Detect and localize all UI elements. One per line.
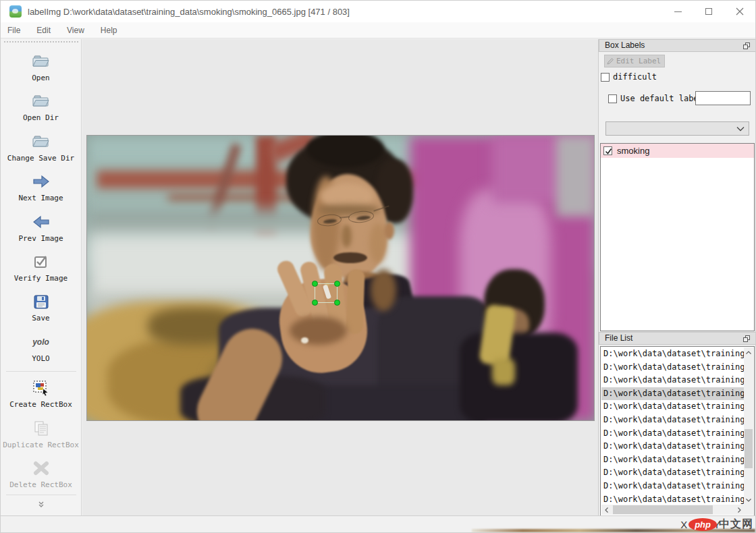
- toolbar-verify-image-button[interactable]: Verify Image: [1, 248, 81, 287]
- arrow-right-icon: [32, 173, 51, 190]
- app-icon: [9, 5, 22, 18]
- file-list-item[interactable]: D:\work\data\dataset\training_data\: [601, 493, 744, 505]
- toolbar-drag-handle[interactable]: [4, 41, 78, 43]
- annotation-handle-top-left[interactable]: [312, 281, 318, 287]
- photo-shape: [492, 358, 515, 385]
- photo-shape: [346, 269, 364, 335]
- horizontal-scroll-thumb[interactable]: [613, 505, 713, 514]
- window-title: labelImg D:\work\data\dataset\training_d…: [28, 7, 350, 17]
- scroll-down-icon[interactable]: [744, 495, 753, 505]
- right-panel: Box Labels Edit Label difficult Use defa…: [598, 39, 755, 515]
- photo-smoking-0665[interactable]: [86, 135, 595, 421]
- toolbar-save-button[interactable]: Save: [1, 288, 81, 328]
- box-labels-header: Box Labels: [599, 39, 756, 52]
- photo-shape: [460, 333, 578, 421]
- toolbar-separator: [6, 495, 76, 495]
- toolbar-create-rectbox-button[interactable]: Create RectBox: [1, 374, 81, 414]
- difficult-checkbox[interactable]: [601, 73, 610, 82]
- photo-art-layer: [87, 136, 594, 420]
- annotation-box-smoking[interactable]: [315, 283, 338, 303]
- toolbar-duplicate-rectbox-button[interactable]: Duplicate RectBox: [1, 414, 81, 454]
- chevron-down-icon: [736, 126, 745, 132]
- image-canvas[interactable]: [82, 39, 598, 515]
- toolbar: Open Open Dir Change Save Dir Next Image: [1, 39, 82, 515]
- file-list-item-selected[interactable]: D:\work\data\dataset\training_data\: [601, 387, 744, 401]
- file-list-item[interactable]: D:\work\data\dataset\training_data\: [601, 453, 744, 467]
- dock-float-icon[interactable]: [743, 335, 750, 342]
- annotation-handle-bottom-right[interactable]: [334, 300, 340, 306]
- toolbar-yolo-format-button[interactable]: yolo YOLO: [1, 328, 81, 368]
- maximize-button[interactable]: [693, 1, 724, 22]
- file-list-header: File List: [599, 332, 756, 345]
- file-list-item[interactable]: D:\work\data\dataset\training_data\: [601, 466, 744, 480]
- file-list-item[interactable]: D:\work\data\dataset\training_data\: [601, 361, 744, 374]
- delete-rectbox-icon: [32, 459, 51, 477]
- toolbar-separator: [6, 371, 76, 372]
- photo-shape: [371, 269, 396, 311]
- edit-label-button[interactable]: Edit Label: [604, 55, 665, 67]
- dock-float-icon[interactable]: [743, 43, 750, 49]
- toolbar-change-save-dir-button[interactable]: Change Save Dir: [1, 128, 81, 167]
- photo-shape: [301, 337, 308, 343]
- file-list-vertical-scrollbar[interactable]: [744, 347, 753, 505]
- vertical-scroll-thumb[interactable]: [745, 429, 753, 468]
- use-default-label-text: Use default label: [620, 94, 703, 103]
- file-list-item[interactable]: D:\work\data\dataset\training_data\: [601, 374, 744, 387]
- label-row-smoking[interactable]: smoking: [601, 144, 754, 158]
- difficult-checkbox-row[interactable]: difficult: [601, 72, 657, 82]
- box-labels-list: smoking: [600, 143, 755, 331]
- toolbar-open-button[interactable]: Open: [1, 47, 81, 87]
- use-default-label-checkbox[interactable]: [608, 94, 617, 103]
- main-area: Open Open Dir Change Save Dir Next Image: [1, 39, 755, 515]
- difficult-label: difficult: [613, 72, 657, 82]
- close-button[interactable]: [724, 1, 755, 22]
- file-list-item[interactable]: D:\work\data\dataset\training_data\: [601, 414, 744, 427]
- menu-view[interactable]: View: [59, 26, 92, 35]
- use-default-label-row[interactable]: Use default label: [608, 94, 703, 103]
- file-list: D:\work\data\dataset\training_data\ D:\w…: [600, 346, 755, 516]
- toolbar-prev-image-button[interactable]: Prev Image: [1, 208, 81, 248]
- photo-shape: [342, 225, 352, 248]
- photo-shape: [556, 136, 595, 217]
- duplicate-rectbox-icon: [32, 420, 50, 437]
- annotation-handle-bottom-left[interactable]: [312, 300, 318, 306]
- file-list-item[interactable]: D:\work\data\dataset\training_data\: [601, 400, 744, 414]
- box-labels-title: Box Labels: [605, 40, 645, 50]
- close-icon: [736, 7, 744, 16]
- arrow-left-icon: [32, 213, 51, 231]
- toolbar-open-dir-button[interactable]: Open Dir: [1, 87, 81, 127]
- toolbar-next-image-button[interactable]: Next Image: [1, 167, 81, 207]
- photo-shape: [384, 222, 394, 240]
- file-list-horizontal-scrollbar[interactable]: [601, 505, 744, 515]
- menu-file[interactable]: File: [1, 26, 28, 35]
- menubar: File Edit View Help: [1, 22, 755, 38]
- file-list-item[interactable]: D:\work\data\dataset\training_data\: [601, 480, 744, 493]
- labelimg-window: labelImg D:\work\data\dataset\training_d…: [0, 0, 756, 533]
- maximize-icon: [705, 8, 712, 15]
- minimize-icon: [674, 11, 682, 12]
- minimize-button[interactable]: [662, 1, 693, 22]
- menu-edit[interactable]: Edit: [28, 26, 59, 35]
- smoking-checkbox[interactable]: [603, 146, 612, 155]
- file-list-title: File List: [605, 333, 632, 343]
- menu-help[interactable]: Help: [92, 26, 126, 35]
- photo-shape: [333, 252, 367, 263]
- annotation-handle-top-right[interactable]: [334, 281, 340, 287]
- file-list-item[interactable]: D:\work\data\dataset\training_data\: [601, 347, 744, 361]
- pencil-icon: [607, 57, 614, 65]
- change-save-dir-folder-icon: [32, 133, 50, 150]
- default-label-input[interactable]: [695, 91, 751, 105]
- chevron-double-down-icon[interactable]: [37, 499, 45, 511]
- php-logo: php: [688, 518, 717, 531]
- file-list-item[interactable]: D:\work\data\dataset\training_data\: [601, 427, 744, 441]
- save-floppy-icon: [33, 293, 49, 310]
- window-controls: [662, 1, 755, 22]
- label-combo-box[interactable]: [605, 121, 749, 136]
- titlebar: labelImg D:\work\data\dataset\training_d…: [1, 1, 755, 22]
- scroll-left-icon[interactable]: [601, 505, 611, 515]
- scroll-right-icon[interactable]: [734, 505, 744, 515]
- toolbar-delete-rectbox-button[interactable]: Delete RectBox: [1, 455, 81, 495]
- status-x-label: X: [680, 519, 687, 530]
- file-list-item[interactable]: D:\work\data\dataset\training_data\: [601, 440, 744, 453]
- scroll-up-icon[interactable]: [744, 347, 753, 357]
